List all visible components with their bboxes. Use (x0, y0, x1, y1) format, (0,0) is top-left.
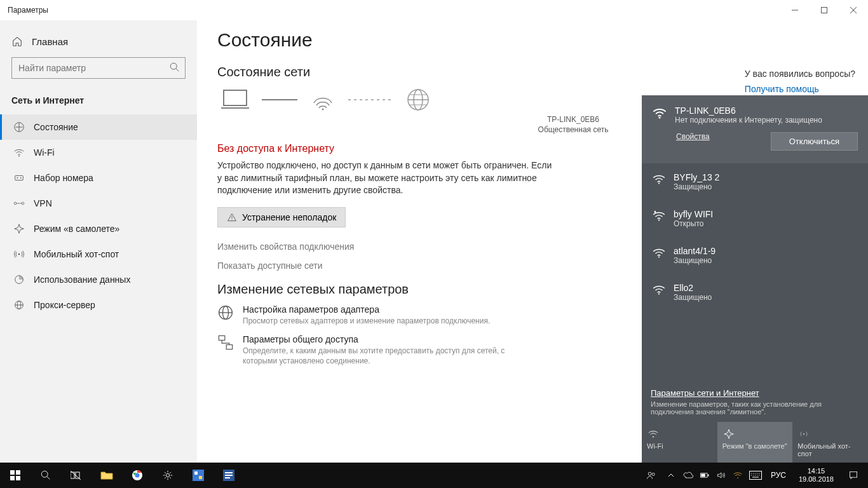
wifi-properties-link[interactable]: Свойства (676, 132, 710, 141)
svg-rect-68 (701, 474, 705, 477)
taskbar-app-generic2[interactable] (214, 463, 244, 488)
nav-item-label: Использование данных (34, 274, 130, 285)
wifi-signal-icon (652, 283, 666, 297)
svg-point-9 (18, 156, 20, 157)
warning-icon (227, 212, 237, 222)
tray-clock[interactable]: 14:1519.08.2018 (794, 467, 839, 484)
svg-rect-74 (850, 471, 857, 477)
wifi-current-name: TP-LINK_0EB6 (675, 105, 822, 116)
tray-volume-icon[interactable] (716, 470, 726, 480)
toggle-airplane[interactable]: Режим "в самолете" (717, 422, 793, 463)
wifi-icon (13, 147, 25, 158)
globe-icon (405, 87, 431, 112)
toggle-hotspot[interactable]: Мобильный хот-спот (792, 422, 868, 463)
svg-rect-21 (224, 90, 247, 105)
taskbar-app-explorer[interactable] (92, 463, 122, 488)
wifi-settings-link[interactable]: Параметры сети и Интернет (651, 388, 759, 398)
nav-wifi[interactable]: Wi-Fi (0, 140, 197, 165)
svg-point-16 (18, 254, 20, 255)
hotspot-icon (13, 248, 25, 260)
svg-point-39 (658, 183, 660, 184)
gear-icon (162, 470, 173, 481)
wifi-network-item[interactable]: BYFly_13 2Защищено (642, 163, 868, 200)
wifi-network-item[interactable]: Ello2Защищено (642, 274, 868, 311)
wifi-current-network[interactable]: TP-LINK_0EB6 Нет подключения к Интернету… (642, 95, 868, 163)
search-icon (169, 62, 180, 73)
help-link[interactable]: Получить помощь (745, 84, 855, 94)
dialup-icon (13, 172, 25, 184)
svg-rect-36 (219, 336, 224, 340)
tray-onedrive-icon[interactable] (683, 470, 693, 480)
wifi-router-icon (310, 89, 336, 111)
start-button[interactable] (0, 463, 31, 488)
maximize-button[interactable] (810, 0, 839, 20)
notification-icon (848, 470, 858, 480)
toggle-airplane-label: Режим "в самолете" (722, 442, 787, 450)
svg-rect-10 (15, 175, 24, 180)
nav-hotspot[interactable]: Мобильный хот-спот (0, 241, 197, 267)
search-icon (40, 470, 51, 481)
nav-dialup[interactable]: Набор номера (0, 165, 197, 191)
nav-item-label: Режим «в самолете» (34, 224, 119, 234)
computer-icon (221, 89, 249, 111)
nav-item-label: VPN (34, 198, 52, 208)
airplane-icon (722, 428, 735, 440)
wifi-item-status: Защищено (674, 182, 719, 191)
taskbar-app-generic1[interactable] (183, 463, 214, 488)
taskbar-app-settings[interactable] (153, 463, 183, 488)
svg-rect-67 (708, 474, 709, 476)
tray-date: 19.08.2018 (799, 475, 834, 484)
tray-people[interactable] (642, 463, 660, 488)
svg-point-12 (20, 177, 22, 179)
svg-rect-57 (193, 470, 204, 481)
tray-language[interactable]: РУС (767, 471, 790, 480)
svg-rect-58 (194, 471, 198, 475)
wifi-item-status: Защищено (674, 256, 715, 265)
tray-keyboard-icon[interactable] (749, 471, 762, 480)
toggle-wifi[interactable]: Wi-Fi (642, 422, 717, 463)
help-pane: У вас появились вопросы? Получить помощь (745, 69, 855, 94)
nav-item-label: Состояние (34, 122, 78, 132)
nav-proxy[interactable]: Прокси-сервер (0, 292, 197, 318)
search-input[interactable] (11, 57, 186, 79)
svg-point-4 (170, 63, 177, 69)
tray-wifi-icon[interactable] (733, 470, 743, 480)
wifi-disconnect-button[interactable]: Отключиться (771, 132, 858, 151)
sharing-icon (217, 334, 234, 351)
tray-battery-icon[interactable] (700, 470, 710, 480)
wifi-network-item[interactable]: atlant4/1-9Защищено (642, 237, 868, 274)
svg-rect-46 (16, 470, 20, 475)
wifi-item-status: Защищено (674, 293, 712, 302)
wifi-network-list: BYFly_13 2Защищено byfly WIFIОткрыто atl… (642, 163, 868, 384)
svg-rect-51 (71, 472, 74, 478)
minimize-button[interactable] (780, 0, 810, 20)
nav-home[interactable]: Главная (0, 32, 197, 57)
task-view-button[interactable] (61, 463, 92, 488)
wifi-item-name: byfly WIFI (674, 209, 713, 219)
nav-datausage[interactable]: Использование данных (0, 267, 197, 292)
sharing-settings-desc: Определите, к каким данным вы хотите пре… (243, 346, 535, 367)
svg-point-14 (22, 202, 24, 205)
close-button[interactable] (839, 0, 868, 20)
svg-point-44 (803, 433, 805, 435)
connection-solid (262, 98, 297, 102)
status-icon (13, 121, 25, 133)
svg-point-42 (658, 294, 660, 295)
search-button[interactable] (31, 463, 61, 488)
hotspot-icon (797, 428, 810, 440)
nav-status[interactable]: Состояние (0, 114, 197, 140)
troubleshoot-button[interactable]: Устранение неполадок (217, 207, 346, 227)
nav-home-label: Главная (32, 36, 68, 47)
nav-airplane[interactable]: Режим «в самолете» (0, 216, 197, 241)
sharing-settings-title: Параметры общего доступа (243, 334, 535, 344)
nav-item-label: Прокси-сервер (34, 300, 95, 310)
svg-rect-37 (226, 344, 232, 349)
svg-rect-52 (76, 472, 79, 478)
tray-chevron-up[interactable] (664, 463, 678, 488)
tray-action-center[interactable] (843, 463, 864, 488)
windows-icon (10, 470, 20, 480)
wifi-network-item[interactable]: byfly WIFIОткрыто (642, 200, 868, 237)
nav-item-label: Набор номера (34, 173, 93, 183)
nav-vpn[interactable]: VPN (0, 191, 197, 216)
taskbar-app-chrome[interactable] (122, 463, 153, 488)
